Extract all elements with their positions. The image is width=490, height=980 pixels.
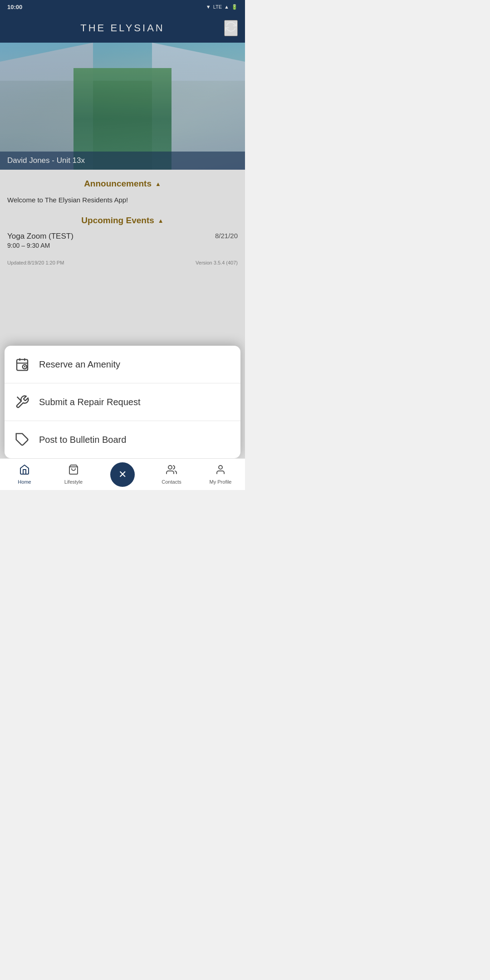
calendar-clock-icon [14, 356, 31, 373]
close-fab-button[interactable]: ✕ [110, 462, 135, 487]
nav-my-profile[interactable]: My Profile [196, 461, 245, 488]
repair-request-label: Submit a Repair Request [39, 397, 140, 407]
bottom-nav: Home Lifestyle ✕ Contacts [0, 458, 245, 490]
nav-home[interactable]: Home [0, 461, 49, 488]
contacts-label: Contacts [162, 479, 181, 485]
tag-icon [14, 431, 31, 448]
reserve-amenity-label: Reserve an Amenity [39, 359, 120, 370]
svg-point-8 [168, 466, 172, 469]
home-label: Home [18, 479, 31, 485]
bulletin-board-label: Post to Bulletin Board [39, 435, 126, 445]
my-profile-label: My Profile [210, 479, 232, 485]
repair-request-item[interactable]: Submit a Repair Request [5, 383, 240, 421]
close-icon: ✕ [118, 470, 127, 480]
home-icon [19, 464, 30, 478]
svg-point-9 [219, 466, 222, 469]
contacts-icon [166, 464, 177, 478]
profile-icon [215, 464, 226, 478]
nav-lifestyle[interactable]: Lifestyle [49, 461, 98, 488]
lifestyle-label: Lifestyle [64, 479, 83, 485]
action-sheet: Reserve an Amenity Submit a Repair Reque… [5, 346, 240, 458]
wrench-screwdriver-icon [14, 393, 31, 411]
reserve-amenity-item[interactable]: Reserve an Amenity [5, 346, 240, 383]
svg-line-5 [17, 397, 21, 401]
bulletin-board-item[interactable]: Post to Bulletin Board [5, 421, 240, 458]
lifestyle-icon [68, 464, 79, 478]
nav-contacts[interactable]: Contacts [147, 461, 196, 488]
nav-center: ✕ [98, 462, 147, 487]
